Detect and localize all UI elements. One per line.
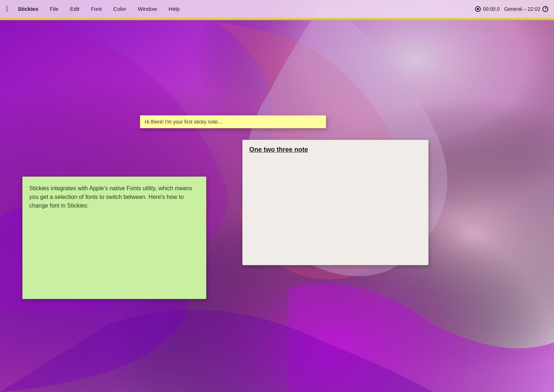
clock-label: General – 22:02 (504, 6, 540, 12)
color-menu[interactable]: Color (111, 4, 128, 13)
help-menu[interactable]: Help (166, 4, 182, 13)
timer-status[interactable]: 00:00.0 (475, 6, 500, 12)
menubar-right: 00:00.0 General – 22:02 (475, 6, 548, 12)
clock-icon (542, 6, 548, 12)
menubar:  Stickies File Edit Font Color Window H… (0, 0, 554, 18)
file-menu[interactable]: File (48, 4, 61, 13)
clock-status[interactable]: General – 22:02 (504, 6, 548, 12)
record-dot (477, 8, 479, 10)
apple-menu-icon[interactable]:  (6, 5, 8, 13)
app-name-menu[interactable]: Stickies (16, 4, 40, 13)
sticky-note-yellow[interactable]: Hi there! I'm your first sticky note… (140, 115, 326, 128)
sticky-green-text: Stickies integrates with Apple's native … (29, 184, 199, 210)
sticky-green-content: Stickies integrates with Apple's native … (29, 185, 192, 209)
record-icon (475, 6, 481, 12)
sticky-note-green[interactable]: Stickies integrates with Apple's native … (22, 177, 206, 299)
sticky-yellow-text: Hi there! I'm your first sticky note… (145, 119, 223, 125)
edit-menu[interactable]: Edit (68, 4, 82, 13)
timer-value: 00:00.0 (483, 6, 500, 12)
sticky-note-white[interactable]: One two three note (242, 140, 428, 265)
menubar-left:  Stickies File Edit Font Color Window H… (6, 4, 475, 13)
window-menu[interactable]: Window (136, 4, 159, 13)
yellow-accent-bar (0, 18, 554, 20)
sticky-white-title: One two three note (249, 146, 422, 153)
font-menu[interactable]: Font (89, 4, 104, 13)
